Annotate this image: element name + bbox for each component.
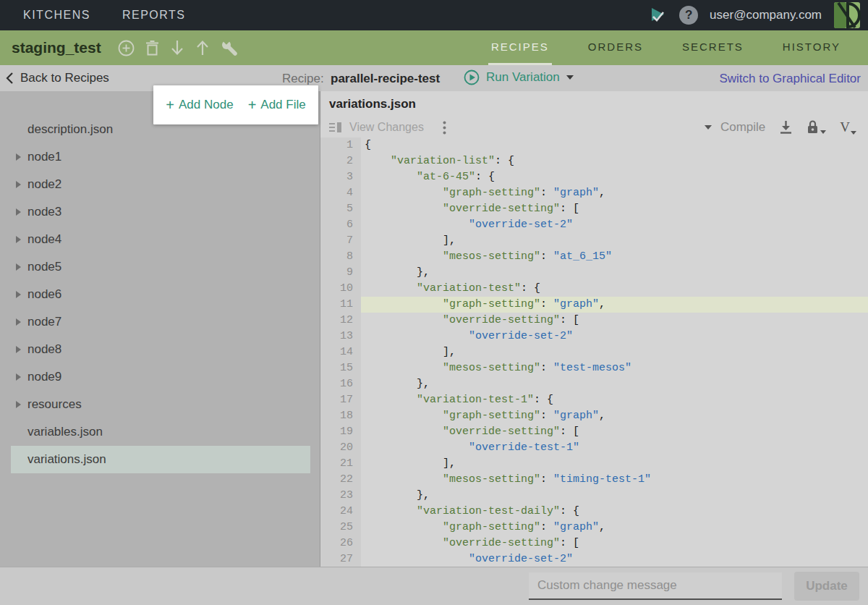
expand-caret-icon[interactable] <box>16 318 27 326</box>
expand-caret-icon[interactable] <box>16 346 27 353</box>
commit-bar: Update <box>0 567 868 605</box>
file-tree-item-node4[interactable]: node4 <box>0 226 320 253</box>
switch-to-graphical-editor-link[interactable]: Switch to Graphical Editor <box>719 72 861 86</box>
file-label: node7 <box>27 315 61 329</box>
line-content: "mesos-setting": "timing-test-1" <box>361 472 868 488</box>
code-line: 16 }, <box>320 376 868 392</box>
compile-button[interactable]: Compile <box>705 120 765 135</box>
code-line: 15 "mesos-setting": "test-mesos" <box>320 360 868 376</box>
user-email[interactable]: user@company.com <box>710 8 822 22</box>
update-button[interactable]: Update <box>794 572 859 601</box>
line-number: 10 <box>320 281 361 297</box>
line-number: 26 <box>320 536 361 551</box>
file-tree-item-node5[interactable]: node5 <box>0 253 320 281</box>
back-to-recipes-label: Back to Recipes <box>20 71 109 85</box>
line-number: 21 <box>320 456 361 472</box>
code-line: 27 "override-set-2" <box>320 551 868 567</box>
code-editor-panel: variations.json View Changes <box>320 91 868 567</box>
line-content: }, <box>361 376 868 392</box>
kitchen-bar: staging_test <box>0 30 868 65</box>
code-line: 20 "override-test-1" <box>320 440 868 456</box>
line-content: "override-test-1" <box>361 440 868 456</box>
tab-recipes[interactable]: RECIPES <box>488 30 552 65</box>
lock-file-button[interactable] <box>807 120 826 135</box>
line-number: 7 <box>320 233 361 249</box>
file-tree-item-node1[interactable]: node1 <box>0 143 320 171</box>
code-line: 12 "override-setting": [ <box>320 313 868 329</box>
file-tree-item-variables-json[interactable]: variables.json <box>0 418 320 446</box>
add-file-button[interactable]: + Add File <box>248 98 306 112</box>
recipe-file-tree: description.jsonnode1node2node3node4node… <box>0 91 320 567</box>
line-content: "graph-setting": "graph", <box>361 185 868 201</box>
run-variation-label: Run Variation <box>486 70 560 85</box>
nav-reports[interactable]: REPORTS <box>122 9 186 22</box>
expand-caret-icon[interactable] <box>16 373 27 381</box>
expand-caret-icon[interactable] <box>16 236 27 243</box>
file-tree-item-node9[interactable]: node9 <box>0 363 320 391</box>
file-tree-item-variations-json[interactable]: variations.json <box>11 446 310 473</box>
line-number: 9 <box>320 265 361 281</box>
editor-toolbar-right: Compile <box>705 119 856 135</box>
line-content: { <box>361 138 868 153</box>
help-icon[interactable]: ? <box>679 6 698 25</box>
add-node-button[interactable]: + Add Node <box>166 98 233 112</box>
view-changes-button[interactable]: View Changes <box>329 121 424 134</box>
line-content: "graph-setting": "graph", <box>361 297 868 313</box>
line-number: 6 <box>320 217 361 233</box>
version-glyph: V <box>840 119 850 135</box>
tab-history[interactable]: HISTORY <box>780 30 843 65</box>
order-run-status-icon[interactable] <box>649 7 668 24</box>
line-number: 20 <box>320 440 361 456</box>
expand-caret-icon[interactable] <box>16 208 27 216</box>
file-tree-item-node6[interactable]: node6 <box>0 281 320 308</box>
line-content: "override-setting": [ <box>361 313 868 329</box>
file-tree-item-node2[interactable]: node2 <box>0 171 320 198</box>
line-content: ], <box>361 344 868 360</box>
code-line: 4 "graph-setting": "graph", <box>320 185 868 201</box>
line-content: ], <box>361 233 868 249</box>
move-kitchen-up-button[interactable] <box>195 40 210 56</box>
version-selector-button[interactable]: V <box>840 119 856 135</box>
run-variation-caret-icon <box>566 75 574 80</box>
file-label: node3 <box>27 205 61 219</box>
delete-kitchen-button[interactable] <box>145 40 159 56</box>
expand-caret-icon[interactable] <box>16 153 27 161</box>
add-kitchen-button[interactable] <box>118 40 135 56</box>
expand-caret-icon[interactable] <box>16 263 27 271</box>
tab-secrets[interactable]: SECRETS <box>679 30 746 65</box>
download-file-button[interactable] <box>779 120 793 135</box>
line-number: 14 <box>320 344 361 360</box>
code-line: 1{ <box>320 138 868 153</box>
code-line: 17 "variation-test-1": { <box>320 392 868 408</box>
more-options-button[interactable] <box>443 121 446 135</box>
file-label: node5 <box>27 260 61 274</box>
expand-caret-icon[interactable] <box>16 401 27 408</box>
expand-caret-icon[interactable] <box>16 291 27 298</box>
add-node-file-callout: + Add Node + Add File <box>153 85 318 124</box>
tab-orders[interactable]: ORDERS <box>585 30 646 65</box>
file-tree-item-node7[interactable]: node7 <box>0 308 320 336</box>
code-line: 25 "graph-setting": "graph", <box>320 520 868 536</box>
nav-kitchens[interactable]: KITCHENS <box>23 9 90 22</box>
kitchen-title: staging_test <box>12 39 101 56</box>
file-tree-item-node8[interactable]: node8 <box>0 336 320 363</box>
line-content: }, <box>361 265 868 281</box>
line-number: 3 <box>320 169 361 185</box>
code-line: 3 "at-6-45": { <box>320 169 868 185</box>
line-number: 25 <box>320 520 361 536</box>
line-content: }, <box>361 488 868 504</box>
code-editor[interactable]: 1{2 "variation-list": {3 "at-6-45": {4 "… <box>320 138 868 567</box>
file-tree-item-node3[interactable]: node3 <box>0 198 320 226</box>
code-line: 21 ], <box>320 456 868 472</box>
company-logo <box>833 1 861 29</box>
compile-caret-icon <box>705 125 712 130</box>
back-to-recipes-link[interactable]: Back to Recipes <box>6 71 109 85</box>
content-area: description.jsonnode1node2node3node4node… <box>0 91 868 567</box>
kitchen-settings-button[interactable] <box>221 39 238 56</box>
code-line: 7 ], <box>320 233 868 249</box>
file-tree-item-resources[interactable]: resources <box>0 391 320 418</box>
expand-caret-icon[interactable] <box>16 181 27 188</box>
run-variation-button[interactable]: Run Variation <box>464 69 574 85</box>
move-kitchen-down-button[interactable] <box>170 40 184 56</box>
change-message-input[interactable] <box>529 572 782 600</box>
